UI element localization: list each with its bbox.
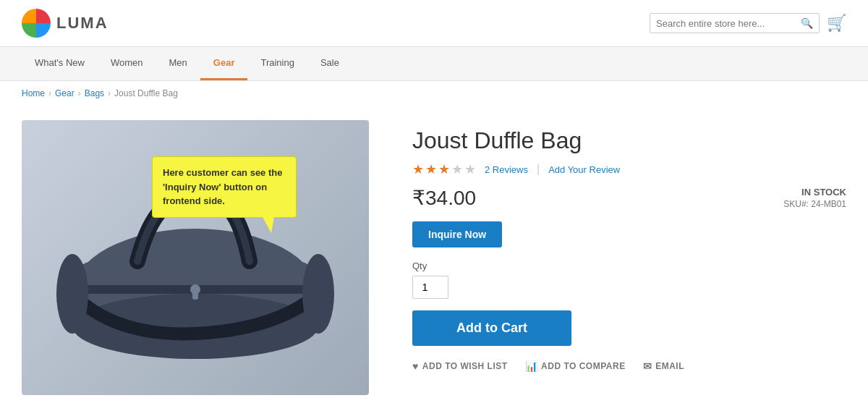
sku-value: 24-MB01	[811, 199, 846, 209]
breadcrumb-sep-1: ›	[48, 88, 51, 98]
svg-point-4	[56, 254, 88, 334]
callout-tooltip: Here customer can see the 'Inquiry Now' …	[152, 156, 297, 218]
add-to-wishlist-link[interactable]: ♥ ADD TO WISH LIST	[412, 360, 508, 372]
action-links: ♥ ADD TO WISH LIST 📊 ADD TO COMPARE ✉ EM…	[412, 360, 846, 372]
logo-icon	[22, 9, 51, 38]
add-review-link[interactable]: Add Your Review	[548, 164, 620, 175]
product-page: Here customer can see the 'Inquiry Now' …	[0, 106, 868, 410]
header-right: 🔍 🛒	[650, 13, 846, 33]
in-stock-badge: IN STOCK	[783, 187, 846, 198]
product-price: ₹34.00	[412, 186, 476, 210]
search-icon[interactable]: 🔍	[801, 17, 813, 29]
add-to-cart-button[interactable]: Add to Cart	[412, 310, 571, 346]
search-input[interactable]	[656, 18, 801, 29]
search-box: 🔍	[650, 13, 820, 33]
sku-info: SKU#: 24-MB01	[783, 199, 846, 209]
wishlist-label: ADD TO WISH LIST	[422, 361, 508, 371]
main-nav: What's New Women Men Gear Training Sale	[0, 47, 868, 81]
cart-icon[interactable]: 🛒	[827, 14, 846, 33]
star-3: ★	[438, 161, 450, 177]
nav-item-training[interactable]: Training	[247, 47, 307, 80]
product-info: Joust Duffle Bag ★ ★ ★ ★ ★ 2 Reviews | A…	[412, 120, 846, 395]
price-row: ₹34.00 IN STOCK SKU#: 24-MB01	[412, 186, 846, 210]
email-icon: ✉	[643, 360, 652, 372]
breadcrumb: Home › Gear › Bags › Joust Duffle Bag	[0, 81, 868, 106]
compare-label: ADD TO COMPARE	[541, 361, 626, 371]
review-separator: |	[537, 163, 540, 176]
star-2: ★	[425, 161, 437, 177]
nav-item-sale[interactable]: Sale	[307, 47, 352, 80]
qty-input[interactable]	[412, 276, 448, 299]
breadcrumb-sep-2: ›	[78, 88, 81, 98]
logo-text: LUMA	[56, 14, 109, 33]
email-label: EMAIL	[655, 361, 684, 371]
product-image-area: Here customer can see the 'Inquiry Now' …	[22, 120, 369, 395]
breadcrumb-home[interactable]: Home	[22, 88, 45, 98]
wishlist-icon: ♥	[412, 360, 419, 372]
breadcrumb-gear[interactable]: Gear	[55, 88, 75, 98]
svg-point-5	[302, 254, 334, 334]
nav-item-women[interactable]: Women	[98, 47, 156, 80]
nav-item-men[interactable]: Men	[156, 47, 200, 80]
breadcrumb-current: Joust Duffle Bag	[114, 88, 178, 98]
star-5: ★	[464, 161, 476, 177]
logo[interactable]: LUMA	[22, 9, 109, 38]
inquire-now-button[interactable]: Inquire Now	[412, 221, 502, 247]
breadcrumb-sep-3: ›	[108, 88, 111, 98]
breadcrumb-bags[interactable]: Bags	[85, 88, 104, 98]
email-link[interactable]: ✉ EMAIL	[643, 360, 684, 372]
star-4: ★	[451, 161, 463, 177]
compare-icon: 📊	[525, 360, 538, 372]
stock-sku: IN STOCK SKU#: 24-MB01	[783, 187, 846, 209]
add-to-compare-link[interactable]: 📊 ADD TO COMPARE	[525, 360, 626, 372]
qty-label: Qty	[412, 260, 846, 271]
callout-text: Here customer can see the 'Inquiry Now' …	[163, 167, 282, 206]
reviews-link[interactable]: 2 Reviews	[485, 164, 528, 175]
sku-label: SKU#:	[783, 199, 809, 209]
svg-rect-7	[192, 289, 198, 300]
rating-row: ★ ★ ★ ★ ★ 2 Reviews | Add Your Review	[412, 161, 846, 177]
header: LUMA 🔍 🛒	[0, 0, 868, 47]
nav-item-whats-new[interactable]: What's New	[22, 47, 98, 80]
product-title: Joust Duffle Bag	[412, 127, 846, 154]
star-1: ★	[412, 161, 424, 177]
nav-item-gear[interactable]: Gear	[200, 47, 248, 80]
star-rating: ★ ★ ★ ★ ★	[412, 161, 476, 177]
